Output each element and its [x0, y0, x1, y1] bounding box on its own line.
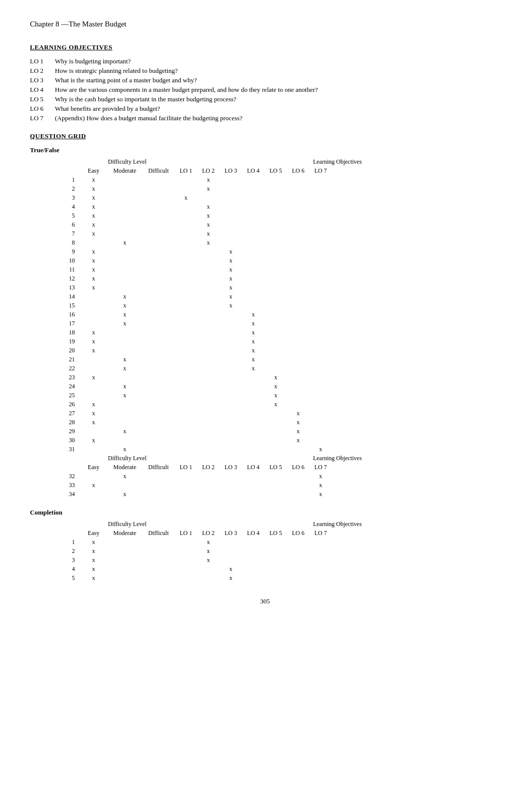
table-row: 17xx: [50, 319, 500, 328]
cell-qnum: 15: [50, 302, 80, 309]
col-header-moderate-tf2: Moderate: [107, 464, 142, 471]
cell-moderate: x: [107, 491, 142, 498]
cell-lo6: x: [287, 437, 309, 444]
cell-lo1: x: [175, 194, 197, 202]
cell-qnum: 8: [50, 239, 80, 247]
cell-lo4: x: [242, 311, 265, 318]
table-row: 32xx: [50, 472, 500, 481]
table-row: 9xx: [50, 247, 500, 256]
col-header-difficult-tf2: Difficult: [142, 464, 175, 471]
cell-moderate: x: [107, 428, 142, 435]
cell-moderate: x: [107, 383, 142, 390]
cell-lo4: x: [242, 347, 265, 354]
lo-text-7: (Appendix) How does a budget manual faci…: [55, 114, 500, 122]
table-row: 6xx: [50, 220, 500, 229]
cell-lo7: x: [309, 446, 332, 453]
cell-moderate: x: [107, 239, 142, 247]
cell-moderate: x: [107, 356, 142, 363]
table-row: 2xx: [50, 546, 500, 555]
cell-lo6: x: [287, 419, 309, 426]
learning-objectives-heading: LEARNING OBJECTIVES: [30, 43, 500, 51]
cell-qnum: 24: [50, 383, 80, 390]
tf-data-rows2: 32xx33xx34xx: [50, 472, 500, 499]
lo-item-2: LO 2 How is strategic planning related t…: [30, 67, 500, 75]
cell-qnum: 13: [50, 284, 80, 291]
question-grid-heading: QUESTION GRID: [30, 132, 500, 140]
tf-data-rows: 1xx2xx3xx4xx5xx6xx7xx8xx9xx10xx11xx12xx1…: [50, 175, 500, 454]
difficulty-level-group-header-comp: Difficulty Level: [80, 521, 175, 528]
table-row: 29xx: [50, 427, 500, 436]
cell-qnum: 32: [50, 473, 80, 480]
group-header-row-comp: Difficulty Level Learning Objectives: [50, 520, 500, 529]
cell-qnum: 12: [50, 275, 80, 282]
cell-moderate: x: [107, 473, 142, 480]
cell-easy: x: [80, 284, 107, 291]
lo-num-5: LO 5: [30, 95, 55, 103]
trueFalse-grid: Difficulty Level Learning Objectives Eas…: [50, 157, 500, 499]
col-header-lo1-tf: LO 1: [175, 167, 197, 175]
difficulty-level-group-header-tf: Difficulty Level: [80, 158, 175, 166]
cell-qnum: 22: [50, 365, 80, 372]
cell-lo6: x: [287, 428, 309, 435]
lo-text-2: How is strategic planning related to bud…: [55, 67, 500, 75]
table-row: 5xx: [50, 211, 500, 220]
completion-label: Completion: [30, 509, 500, 517]
cell-moderate: x: [107, 392, 142, 399]
cell-lo2: x: [197, 539, 220, 546]
cell-easy: x: [80, 194, 107, 202]
cell-easy: x: [80, 329, 107, 336]
table-row: 30xx: [50, 436, 500, 445]
cell-qnum: 25: [50, 392, 80, 399]
table-row: 26xx: [50, 400, 500, 409]
cell-qnum: 14: [50, 293, 80, 300]
cell-moderate: x: [107, 302, 142, 309]
cell-qnum: 33: [50, 482, 80, 489]
cell-qnum: 20: [50, 347, 80, 354]
lo-item-3: LO 3 What is the starting point of a mas…: [30, 76, 500, 84]
cell-moderate: x: [107, 311, 142, 318]
cell-qnum: 28: [50, 419, 80, 426]
difficulty-level-group-header-tf2: Difficulty Level: [80, 455, 175, 462]
cell-easy: x: [80, 401, 107, 408]
cell-easy: x: [80, 374, 107, 381]
col-header-lo3-tf2: LO 3: [220, 464, 242, 471]
col-header-lo4-tf: LO 4: [242, 167, 265, 175]
cell-easy: x: [80, 437, 107, 444]
cell-moderate: x: [107, 446, 142, 453]
cell-lo4: x: [242, 338, 265, 345]
col-header-lo7-tf2: LO 7: [309, 464, 332, 471]
col-header-lo2-tf: LO 2: [197, 167, 220, 175]
cell-lo4: x: [242, 329, 265, 336]
lo-item-4: LO 4 How are the various components in a…: [30, 86, 500, 94]
comp-data-rows: 1xx2xx3xx4xx5xx: [50, 538, 500, 582]
cell-qnum: 4: [50, 565, 80, 573]
cell-qnum: 21: [50, 356, 80, 363]
cell-lo6: x: [287, 410, 309, 417]
table-row: 20xx: [50, 346, 500, 355]
cell-lo3: x: [220, 248, 242, 256]
cell-qnum: 26: [50, 401, 80, 408]
col-header-moderate-comp: Moderate: [107, 530, 142, 537]
cell-lo3: x: [220, 293, 242, 300]
lo-text-4: How are the various components in a mast…: [55, 86, 500, 94]
chapter-title: Chapter 8 —The Master Budget: [30, 20, 500, 28]
table-row: 3xx: [50, 193, 500, 202]
col-header-lo4-tf2: LO 4: [242, 464, 265, 471]
cell-qnum: 2: [50, 547, 80, 555]
col-header-moderate-tf: Moderate: [107, 167, 142, 175]
learning-objectives-group-header-comp: Learning Objectives: [175, 521, 500, 528]
cell-easy: x: [80, 574, 107, 582]
cell-easy: x: [80, 338, 107, 345]
table-row: 25xx: [50, 391, 500, 400]
cell-lo4: x: [242, 365, 265, 372]
table-row: 7xx: [50, 229, 500, 238]
cell-qnum: 17: [50, 320, 80, 327]
table-row: 1xx: [50, 538, 500, 546]
table-row: 18xx: [50, 328, 500, 337]
col-header-lo7-tf: LO 7: [309, 167, 332, 175]
cell-lo2: x: [197, 185, 220, 193]
lo-num-6: LO 6: [30, 105, 55, 113]
cell-qnum: 18: [50, 329, 80, 336]
cell-qnum: 16: [50, 311, 80, 318]
lo-item-5: LO 5 Why is the cash budget so important…: [30, 95, 500, 103]
